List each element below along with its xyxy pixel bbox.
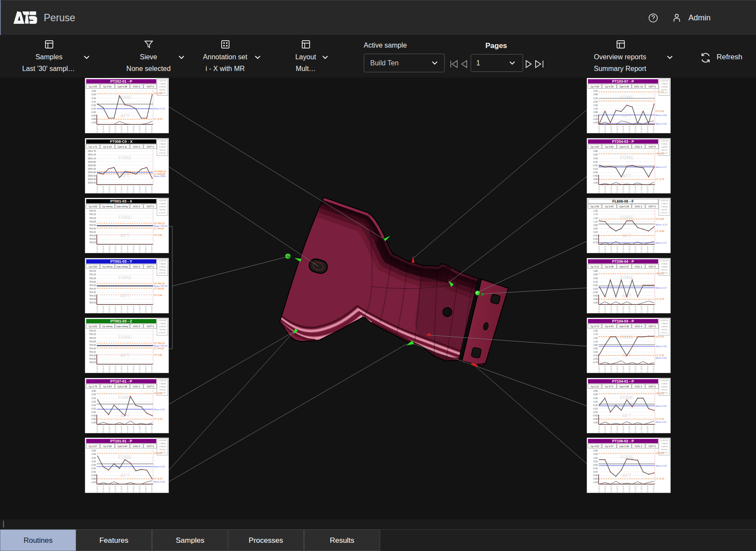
svg-text:07-18 06: 07-18 06 — [139, 365, 141, 373]
svg-text:765.23: 765.23 — [89, 273, 96, 276]
svg-text:UT 0.75: UT 0.75 — [154, 392, 162, 395]
svg-text:01-18 06: 01-18 06 — [604, 425, 606, 433]
svg-text:1.10: 1.10 — [593, 220, 598, 223]
svg-text:Cpk 0.30: Cpk 0.30 — [619, 325, 629, 328]
svg-text:764.43: 764.43 — [89, 347, 96, 350]
svg-text:Cp 2.49: Cp 2.49 — [591, 205, 599, 208]
svg-text:OOT 0: OOT 0 — [649, 445, 656, 448]
svg-text:03-18 06: 03-18 06 — [114, 485, 116, 493]
svg-text:0.80: 0.80 — [593, 390, 598, 392]
svg-text:PT101-01 - P: PT101-01 - P — [110, 439, 132, 443]
svg-text:09-18 06: 09-18 06 — [653, 306, 655, 313]
svg-text:X 2557.96: X 2557.96 — [158, 440, 166, 441]
svg-text:Cpk 0.72: Cpk 0.72 — [619, 145, 629, 148]
svg-text:Cp infinity: Cp infinity — [102, 325, 113, 328]
svg-text:0.60: 0.60 — [91, 93, 96, 96]
svg-text:06-18 06: 06-18 06 — [634, 425, 636, 433]
svg-text:764.23: 764.23 — [89, 291, 96, 293]
svg-text:0.80: 0.80 — [91, 90, 96, 92]
svg-text:06-18 06: 06-18 06 — [634, 365, 636, 373]
svg-text:07-18 06: 07-18 06 — [640, 485, 643, 493]
svg-text:Z 343.66: Z 343.66 — [661, 326, 668, 328]
svg-text:2561.76: 2561.76 — [88, 150, 96, 152]
svg-text:06-18 06: 06-18 06 — [132, 306, 135, 313]
svg-text:Y 536.66: Y 536.66 — [159, 263, 165, 265]
svg-text:09-18 06: 09-18 06 — [151, 365, 153, 373]
svg-text:09-18 06: 09-18 06 — [653, 126, 655, 133]
svg-text:05-18 06: 05-18 06 — [628, 425, 630, 433]
svg-text:UT 0.75: UT 0.75 — [154, 92, 162, 95]
svg-text:OOC 2: OOC 2 — [133, 385, 140, 388]
svg-text:04-18 06: 04-18 06 — [120, 126, 123, 133]
svg-text:X 2557.96: X 2557.96 — [158, 140, 166, 142]
svg-text:01-18 06: 01-18 06 — [604, 126, 606, 133]
svg-text:X 2557.96: X 2557.96 — [660, 320, 668, 322]
svg-text:0.75,0.75: 0.75,0.75 — [661, 212, 668, 214]
svg-text:OOT 0: OOT 0 — [147, 325, 154, 328]
svg-text:-0.20: -0.20 — [593, 168, 598, 170]
svg-text:03-18 06: 03-18 06 — [114, 425, 116, 433]
svg-text:Z 343.66: Z 343.66 — [159, 86, 166, 88]
svg-text:-0.40: -0.40 — [593, 411, 598, 413]
svg-text:0.60: 0.60 — [91, 453, 96, 455]
svg-text:AFT: AFT — [120, 113, 130, 118]
svg-text:0.20: 0.20 — [593, 280, 598, 283]
svg-text:05-18 06: 05-18 06 — [126, 306, 129, 313]
svg-text:-1.00: -1.00 — [593, 121, 598, 124]
svg-text:UT 2560.13: UT 2560.13 — [154, 170, 166, 173]
svg-text:Mean 0.25: Mean 0.25 — [656, 357, 667, 359]
svg-text:764.43: 764.43 — [89, 227, 96, 230]
svg-text:Cpk 0.25: Cpk 0.25 — [619, 205, 629, 208]
svg-text:Z 343.66: Z 343.66 — [159, 146, 166, 148]
svg-text:Z 343.66: Z 343.66 — [661, 446, 668, 448]
svg-text:Tilts Pos: Tilts Pos — [159, 89, 166, 91]
svg-text:Y 536.66: Y 536.66 — [159, 143, 165, 145]
svg-text:0.80: 0.80 — [91, 390, 96, 392]
svg-text:0.20: 0.20 — [593, 231, 598, 233]
svg-text:FORE: FORE — [620, 275, 633, 280]
svg-text:-0.80: -0.80 — [593, 178, 598, 180]
svg-text:-0.80: -0.80 — [91, 477, 96, 480]
svg-text:08-18 06: 08-18 06 — [145, 126, 147, 133]
svg-text:LT 764.87: LT 764.87 — [154, 287, 164, 290]
svg-text:-0.60: -0.60 — [593, 174, 598, 177]
svg-text:Y 536.66: Y 536.66 — [159, 323, 165, 325]
svg-text:Mean 0.17: Mean 0.17 — [656, 242, 667, 244]
svg-text:0.40: 0.40 — [91, 397, 96, 400]
svg-text:1.40: 1.40 — [593, 107, 598, 110]
svg-text:763.83: 763.83 — [89, 298, 96, 300]
svg-text:765.03: 765.03 — [89, 217, 96, 219]
svg-text:00-18 06: 00-18 06 — [96, 365, 98, 373]
svg-text:02-18 06: 02-18 06 — [610, 245, 612, 253]
svg-text:X 2557.96: X 2557.96 — [660, 260, 668, 262]
svg-text:2561.46: 2561.46 — [88, 153, 96, 156]
svg-text:764.03: 764.03 — [89, 294, 96, 297]
svg-text:01-18 06: 01-18 06 — [102, 245, 104, 253]
svg-text:FORE: FORE — [118, 275, 132, 280]
svg-text:-0.40: -0.40 — [593, 291, 598, 293]
svg-text:06-18 06: 06-18 06 — [132, 485, 135, 493]
svg-text:PT204-03 - P: PT204-03 - P — [612, 139, 634, 144]
svg-text:1.70: 1.70 — [593, 333, 598, 335]
svg-text:LT -0.75: LT -0.75 — [154, 418, 162, 420]
svg-text:09-18 06: 09-18 06 — [653, 485, 655, 493]
svg-text:Mean 0.01: Mean 0.01 — [656, 405, 667, 407]
svg-text:0.60: 0.60 — [593, 393, 598, 396]
svg-text:06-18 06: 06-18 06 — [634, 126, 636, 133]
svg-text:02-18 06: 02-18 06 — [610, 306, 612, 313]
svg-text:Cp 0.35: Cp 0.35 — [605, 85, 614, 88]
svg-text:0.80: 0.80 — [593, 270, 598, 272]
svg-text:2559.96: 2559.96 — [88, 171, 96, 174]
svg-text:04-18 06: 04-18 06 — [120, 186, 123, 193]
svg-text:765.03: 765.03 — [89, 337, 96, 339]
svg-text:764.23: 764.23 — [89, 231, 96, 233]
svg-text:LT -0.75: LT -0.75 — [656, 477, 664, 480]
svg-text:Cpk infinity: Cpk infinity — [116, 205, 129, 208]
svg-text:Z 343.66: Z 343.66 — [159, 446, 166, 448]
svg-text:OOT 0: OOT 0 — [649, 205, 656, 208]
svg-text:07-18 06: 07-18 06 — [139, 306, 141, 313]
svg-text:765.43: 765.43 — [89, 209, 96, 212]
svg-text:03-18 06: 03-18 06 — [616, 126, 618, 133]
svg-text:LT 764.87: LT 764.87 — [154, 347, 164, 350]
svg-text:Z 343.66: Z 343.66 — [661, 86, 668, 88]
